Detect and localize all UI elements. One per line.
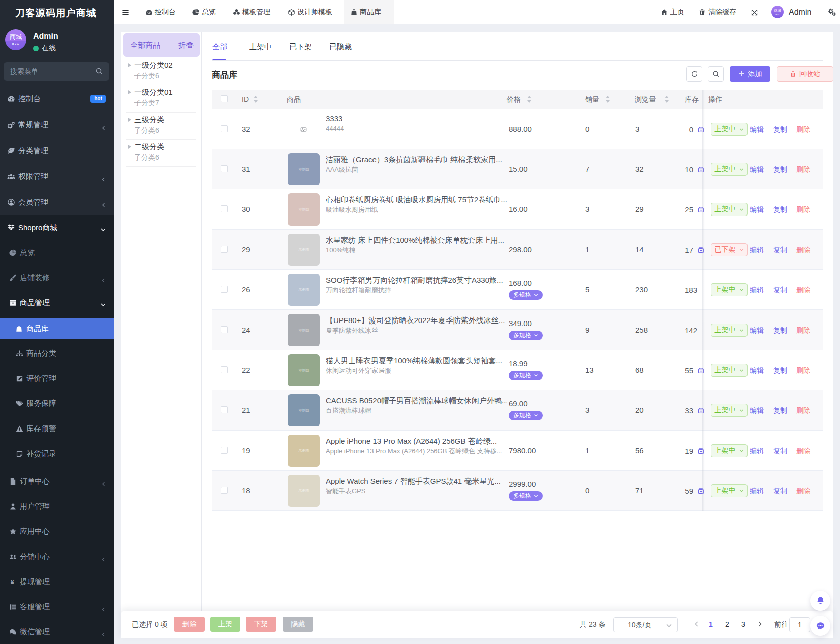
svg-text:¥: ¥ [10,579,14,586]
